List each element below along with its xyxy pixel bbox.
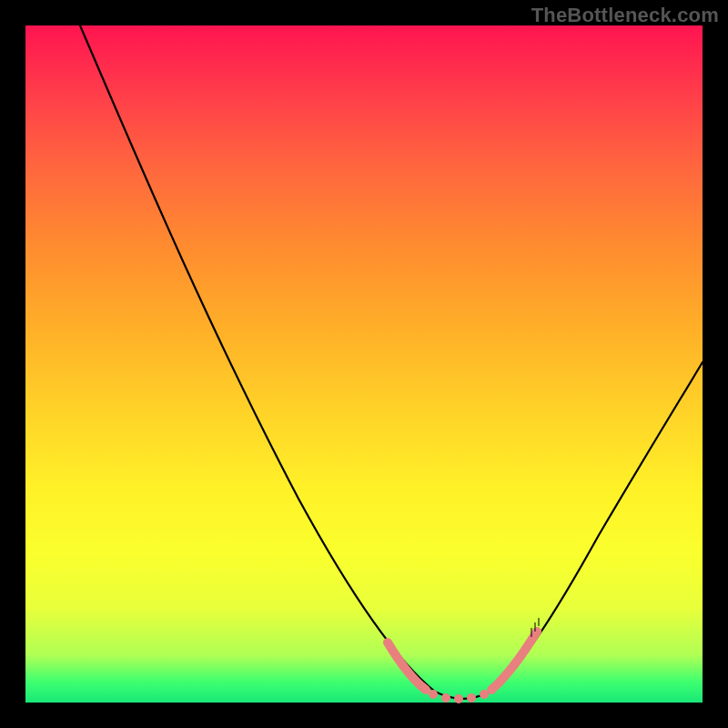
salmon-right <box>491 632 537 690</box>
svg-point-3 <box>467 693 476 703</box>
plot-area <box>25 25 703 703</box>
salmon-left <box>388 642 426 690</box>
svg-point-1 <box>441 693 450 703</box>
chart-frame: TheBottleneck.com <box>0 0 728 728</box>
bottleneck-curve <box>80 25 703 699</box>
svg-point-0 <box>429 690 438 699</box>
watermark: TheBottleneck.com <box>531 4 719 27</box>
svg-point-2 <box>454 694 463 703</box>
curve-svg <box>25 25 703 703</box>
